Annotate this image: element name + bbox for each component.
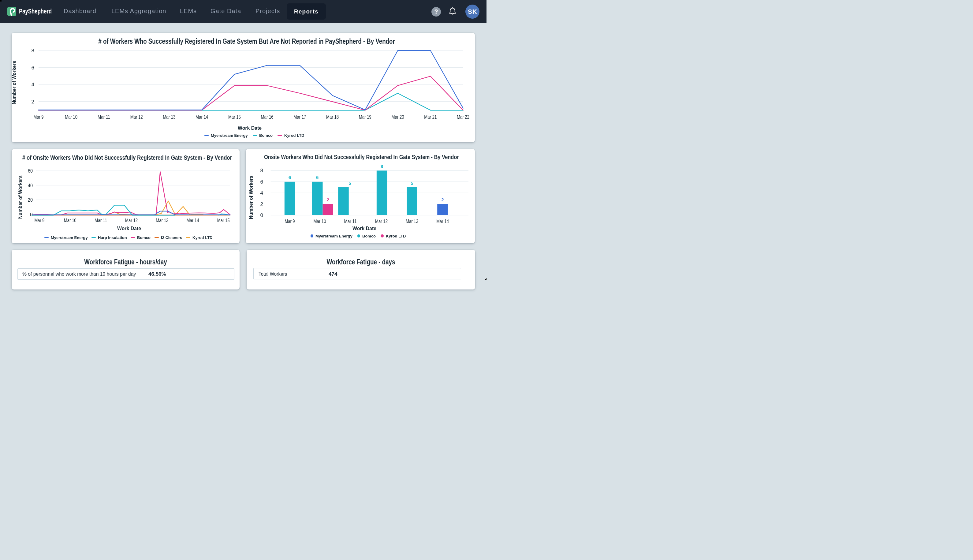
- svg-text:6: 6: [288, 175, 291, 180]
- svg-text:Mar 11: Mar 11: [344, 218, 357, 224]
- svg-text:2: 2: [32, 99, 34, 105]
- svg-text:Mar 17: Mar 17: [293, 114, 306, 120]
- svg-text:Number of Workers: Number of Workers: [12, 61, 17, 104]
- svg-text:Mar 14: Mar 14: [437, 218, 449, 224]
- svg-text:Mar 22: Mar 22: [457, 114, 469, 120]
- svg-text:Work Date: Work Date: [353, 225, 377, 231]
- svg-text:60: 60: [28, 168, 33, 174]
- svg-text:Mar 9: Mar 9: [34, 114, 44, 120]
- svg-text:8: 8: [381, 163, 383, 168]
- svg-text:6: 6: [32, 65, 34, 71]
- svg-text:Mar 18: Mar 18: [326, 114, 339, 120]
- svg-text:Mar 12: Mar 12: [130, 114, 143, 120]
- svg-text:40: 40: [28, 182, 33, 188]
- svg-text:8: 8: [260, 168, 263, 173]
- svg-text:Mar 10: Mar 10: [65, 114, 77, 120]
- svg-text:Number of Workers: Number of Workers: [17, 175, 23, 219]
- svg-text:Number of Workers: Number of Workers: [248, 176, 254, 219]
- svg-text:Mar 9: Mar 9: [35, 217, 45, 223]
- svg-text:Mar 12: Mar 12: [375, 218, 388, 224]
- svg-text:6: 6: [260, 179, 263, 185]
- svg-text:2: 2: [441, 197, 444, 202]
- svg-text:Mar 16: Mar 16: [261, 114, 273, 120]
- svg-text:5: 5: [348, 180, 351, 185]
- svg-text:Mar 12: Mar 12: [125, 217, 138, 223]
- svg-text:4: 4: [260, 190, 263, 196]
- svg-text:Mar 11: Mar 11: [98, 114, 110, 120]
- svg-text:Mar 15: Mar 15: [217, 217, 230, 223]
- svg-text:Mar 11: Mar 11: [95, 217, 107, 223]
- svg-text:Mar 15: Mar 15: [228, 114, 241, 120]
- svg-text:Mar 9: Mar 9: [285, 218, 295, 224]
- svg-text:5: 5: [411, 180, 413, 185]
- svg-text:Mar 10: Mar 10: [313, 218, 326, 224]
- svg-text:Mar 10: Mar 10: [64, 217, 77, 223]
- svg-text:6: 6: [316, 175, 318, 180]
- svg-text:0: 0: [260, 212, 263, 218]
- svg-text:Mar 20: Mar 20: [392, 114, 404, 120]
- svg-text:2: 2: [327, 197, 329, 202]
- svg-text:Mar 19: Mar 19: [359, 114, 372, 120]
- svg-text:Mar 13: Mar 13: [406, 218, 418, 224]
- svg-text:2: 2: [260, 201, 263, 207]
- svg-text:Mar 13: Mar 13: [163, 114, 175, 120]
- svg-text:4: 4: [32, 82, 34, 88]
- svg-text:Work Date: Work Date: [117, 225, 141, 231]
- svg-text:Mar 14: Mar 14: [195, 114, 208, 120]
- svg-text:Work Date: Work Date: [238, 125, 262, 131]
- svg-text:8: 8: [32, 48, 34, 53]
- svg-text:Mar 21: Mar 21: [424, 114, 437, 120]
- svg-text:Mar 14: Mar 14: [187, 217, 199, 223]
- svg-text:Mar 13: Mar 13: [156, 217, 168, 223]
- svg-text:20: 20: [28, 197, 33, 203]
